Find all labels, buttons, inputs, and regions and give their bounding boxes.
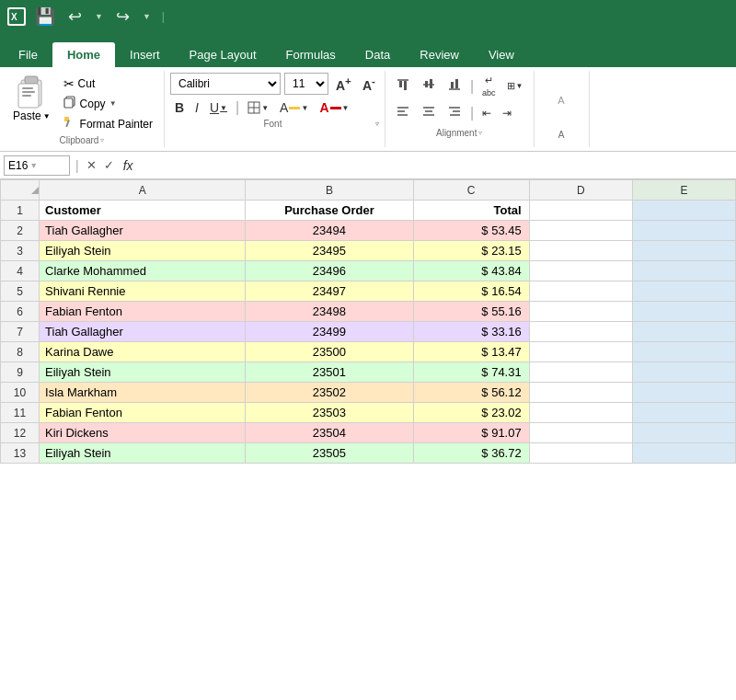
- align-right-button[interactable]: [443, 102, 466, 123]
- tab-view[interactable]: View: [474, 42, 529, 67]
- tab-review[interactable]: Review: [405, 42, 474, 67]
- clipboard-expand-icon[interactable]: ▿: [100, 136, 104, 144]
- cell-d2[interactable]: [529, 221, 632, 241]
- increase-indent-button[interactable]: ⇥: [498, 105, 516, 121]
- fill-color-button[interactable]: A ▼: [275, 98, 313, 117]
- tab-page-layout[interactable]: Page Layout: [175, 42, 271, 67]
- cell-e12[interactable]: [632, 423, 735, 443]
- decrease-indent-button[interactable]: ⇤: [477, 105, 496, 121]
- confirm-formula-button[interactable]: ✓: [102, 156, 116, 174]
- cell-e1[interactable]: [632, 201, 735, 221]
- cell-d1[interactable]: [529, 201, 632, 221]
- font-size-select[interactable]: 11: [284, 73, 328, 95]
- col-header-e[interactable]: E: [632, 180, 735, 201]
- cell-a13[interactable]: Eiliyah Stein: [40, 443, 246, 464]
- tab-insert[interactable]: Insert: [115, 42, 175, 67]
- cell-c8[interactable]: $ 13.47: [413, 342, 529, 362]
- cell-d6[interactable]: [529, 302, 632, 322]
- formula-input[interactable]: [137, 155, 732, 176]
- cell-c1[interactable]: Total: [413, 201, 529, 221]
- cell-a12[interactable]: Kiri Dickens: [40, 423, 246, 443]
- cell-d7[interactable]: [529, 322, 632, 342]
- align-middle-button[interactable]: [417, 75, 441, 97]
- cell-b9[interactable]: 23501: [246, 362, 413, 383]
- cell-e3[interactable]: [632, 241, 735, 261]
- tab-file[interactable]: File: [4, 42, 52, 67]
- cell-c4[interactable]: $ 43.84: [413, 261, 529, 281]
- cell-a6[interactable]: Fabian Fenton: [40, 302, 246, 322]
- copy-dropdown-arrow[interactable]: ▼: [109, 99, 117, 108]
- cell-c9[interactable]: $ 74.31: [413, 362, 529, 383]
- cell-a4[interactable]: Clarke Mohammed: [40, 261, 246, 281]
- cell-a11[interactable]: Fabian Fenton: [40, 403, 246, 423]
- redo-dropdown[interactable]: ▼: [139, 10, 155, 23]
- align-left-button[interactable]: [391, 102, 415, 123]
- cancel-formula-button[interactable]: ✕: [85, 156, 98, 174]
- insert-function-button[interactable]: fx: [123, 158, 133, 173]
- wrap-text-button[interactable]: ↵abc: [477, 73, 500, 99]
- cell-a7[interactable]: Tiah Gallagher: [40, 322, 246, 342]
- cell-a5[interactable]: Shivani Rennie: [40, 281, 246, 302]
- paste-button[interactable]: Paste ▼: [7, 73, 56, 124]
- cell-b8[interactable]: 23500: [246, 342, 413, 362]
- cell-c10[interactable]: $ 56.12: [413, 383, 529, 403]
- font-shrink-button[interactable]: A-: [359, 73, 379, 95]
- cell-a10[interactable]: Isla Markham: [40, 383, 246, 403]
- paste-dropdown-arrow[interactable]: ▼: [43, 112, 51, 120]
- align-center-button[interactable]: [417, 102, 441, 123]
- cell-e13[interactable]: [632, 443, 735, 464]
- cell-ref-arrow[interactable]: ▼: [29, 161, 38, 170]
- font-grow-button[interactable]: A+: [332, 73, 355, 95]
- italic-button[interactable]: I: [190, 98, 203, 117]
- cell-a9[interactable]: Eiliyah Stein: [40, 362, 246, 383]
- format-painter-button[interactable]: Format Painter: [60, 114, 156, 133]
- tab-data[interactable]: Data: [351, 42, 405, 67]
- cell-e2[interactable]: [632, 221, 735, 241]
- copy-button[interactable]: Copy ▼: [60, 94, 156, 113]
- cell-d11[interactable]: [529, 403, 632, 423]
- cell-e8[interactable]: [632, 342, 735, 362]
- cell-a1[interactable]: Customer: [40, 201, 246, 221]
- cell-a2[interactable]: Tiah Gallagher: [40, 221, 246, 241]
- cell-d10[interactable]: [529, 383, 632, 403]
- align-top-button[interactable]: [391, 75, 415, 97]
- cell-a3[interactable]: Eiliyah Stein: [40, 241, 246, 261]
- cell-b7[interactable]: 23499: [246, 322, 413, 342]
- cell-e6[interactable]: [632, 302, 735, 322]
- cell-e10[interactable]: [632, 383, 735, 403]
- font-color-button[interactable]: A ▼: [315, 98, 353, 117]
- cell-d5[interactable]: [529, 281, 632, 302]
- cell-b6[interactable]: 23498: [246, 302, 413, 322]
- cell-b2[interactable]: 23494: [246, 221, 413, 241]
- font-expand-icon[interactable]: ▿: [375, 120, 379, 128]
- cell-b1[interactable]: Purchase Order: [246, 201, 413, 221]
- redo-button[interactable]: ↪: [112, 5, 133, 29]
- cell-a8[interactable]: Karina Dawe: [40, 342, 246, 362]
- cell-c3[interactable]: $ 23.15: [413, 241, 529, 261]
- bold-button[interactable]: B: [170, 98, 189, 117]
- cell-d8[interactable]: [529, 342, 632, 362]
- cell-c13[interactable]: $ 36.72: [413, 443, 529, 464]
- col-header-b[interactable]: B: [246, 180, 413, 201]
- cell-c5[interactable]: $ 16.54: [413, 281, 529, 302]
- save-button[interactable]: 💾: [31, 5, 59, 29]
- cell-d4[interactable]: [529, 261, 632, 281]
- cell-d3[interactable]: [529, 241, 632, 261]
- cut-button[interactable]: ✂ Cut: [60, 75, 156, 93]
- tab-home[interactable]: Home: [52, 42, 115, 67]
- cell-c7[interactable]: $ 33.16: [413, 322, 529, 342]
- cell-b13[interactable]: 23505: [246, 443, 413, 464]
- align-bottom-button[interactable]: [443, 75, 466, 97]
- col-header-d[interactable]: D: [529, 180, 632, 201]
- merge-center-button[interactable]: ⊞▼: [502, 78, 528, 94]
- cell-c2[interactable]: $ 53.45: [413, 221, 529, 241]
- cell-b4[interactable]: 23496: [246, 261, 413, 281]
- undo-button[interactable]: ↩: [64, 5, 86, 29]
- cell-c12[interactable]: $ 91.07: [413, 423, 529, 443]
- cell-c6[interactable]: $ 55.16: [413, 302, 529, 322]
- cell-b5[interactable]: 23497: [246, 281, 413, 302]
- cell-d13[interactable]: [529, 443, 632, 464]
- cell-b11[interactable]: 23503: [246, 403, 413, 423]
- cell-e5[interactable]: [632, 281, 735, 302]
- borders-button[interactable]: ▼: [243, 99, 273, 116]
